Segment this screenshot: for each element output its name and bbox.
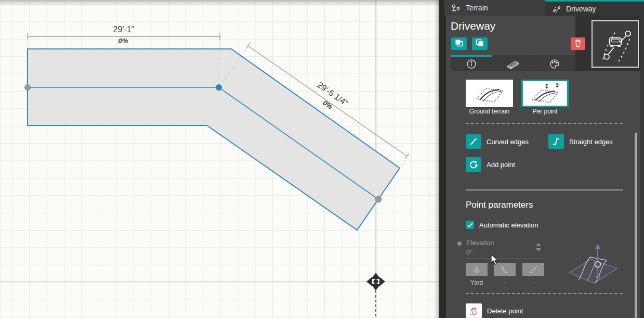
add-point-icon bbox=[469, 160, 478, 169]
endpoint-handle-end[interactable] bbox=[375, 196, 382, 202]
delete-object-button[interactable] bbox=[571, 37, 585, 50]
subtab-construction[interactable] bbox=[492, 55, 533, 71]
option-ground-terrain[interactable] bbox=[466, 80, 513, 107]
panel-body: Driveway bbox=[446, 16, 644, 318]
slope-label-2: - bbox=[494, 279, 516, 286]
option-ground-terrain-label: Ground terrain bbox=[466, 108, 513, 115]
separator-dashed-1 bbox=[466, 123, 623, 124]
driveway-thumbnail-icon bbox=[595, 23, 636, 65]
stepper-arrows-icon bbox=[535, 243, 542, 253]
tab-terrain[interactable]: Terrain bbox=[444, 0, 545, 16]
paste-style-button[interactable] bbox=[472, 37, 488, 50]
ground-terrain-icon bbox=[472, 83, 507, 104]
copy-style-button[interactable] bbox=[451, 37, 467, 50]
drop-to-ground-icon bbox=[472, 265, 481, 274]
separator-solid bbox=[466, 189, 623, 190]
subtab-appearance[interactable] bbox=[534, 55, 575, 71]
elevation-slope-up-button[interactable] bbox=[522, 263, 544, 276]
endpoint-handle-start[interactable] bbox=[25, 85, 31, 91]
dimension-2-slope: 0% bbox=[322, 99, 334, 111]
move-origin-widget[interactable] bbox=[366, 273, 385, 290]
point-parameters-heading: Point parameters bbox=[466, 200, 533, 210]
driveway-road-icon bbox=[552, 5, 561, 13]
driveway-shape[interactable] bbox=[28, 49, 400, 230]
bend-point-handle-selected[interactable] bbox=[216, 85, 222, 91]
automatic-elevation-label: Automatic elevation bbox=[479, 221, 538, 229]
separator-dashed-2 bbox=[466, 293, 623, 294]
palette-icon bbox=[549, 59, 560, 69]
check-icon bbox=[467, 223, 473, 227]
automatic-elevation-checkbox[interactable] bbox=[466, 221, 474, 229]
delete-point-button[interactable] bbox=[466, 303, 482, 318]
straight-edges-label: Straight edges bbox=[569, 138, 613, 146]
straight-edges-button[interactable] bbox=[548, 134, 564, 149]
per-point-icon bbox=[528, 83, 562, 105]
properties-panel: Terrain Driveway Driveway bbox=[439, 0, 644, 318]
elevation-bullet-icon bbox=[457, 241, 462, 246]
tab-driveway[interactable]: Driveway bbox=[545, 0, 644, 16]
copy-style-icon bbox=[455, 39, 463, 48]
info-icon bbox=[466, 59, 477, 69]
dimension-1-slope: 0% bbox=[119, 37, 128, 45]
delete-point-row: Delete point bbox=[466, 303, 523, 318]
panel-scrollbar[interactable] bbox=[635, 133, 637, 318]
elevation-slope-down-button[interactable] bbox=[494, 263, 516, 276]
elevation-label: Elevation bbox=[466, 239, 494, 247]
terrace-up-icon bbox=[528, 265, 538, 274]
construction-icon bbox=[506, 59, 520, 69]
automatic-elevation-row: Automatic elevation bbox=[466, 221, 538, 229]
delete-point-icon bbox=[469, 306, 478, 316]
panel-title: Driveway bbox=[451, 20, 495, 32]
elevation-underline bbox=[466, 259, 545, 259]
curved-edges-row: Curved edges bbox=[466, 134, 529, 149]
add-point-row: Add point bbox=[466, 157, 515, 172]
panel-tabbar: Terrain Driveway bbox=[444, 0, 644, 16]
option-per-point[interactable] bbox=[521, 80, 569, 107]
terrace-down-icon bbox=[500, 265, 510, 274]
application-window: 29'-1" 0% 29'-5 1/4" 0% bbox=[0, 0, 644, 318]
elevation-value[interactable]: 0" bbox=[466, 248, 472, 256]
curved-edges-button[interactable] bbox=[466, 134, 481, 149]
terrain-points-icon bbox=[452, 4, 461, 11]
straight-edges-row: Straight edges bbox=[548, 134, 613, 149]
elevation-stepper[interactable] bbox=[535, 243, 542, 255]
property-subtabs bbox=[451, 55, 575, 71]
option-per-point-label: Per point bbox=[521, 108, 569, 115]
tab-terrain-label: Terrain bbox=[466, 4, 488, 12]
curved-edges-label: Curved edges bbox=[487, 138, 529, 146]
yard-label: Yard bbox=[466, 279, 488, 286]
delete-point-label: Delete point bbox=[487, 307, 523, 315]
step-icon bbox=[551, 137, 561, 146]
add-point-button[interactable] bbox=[466, 157, 481, 172]
subtab-info[interactable] bbox=[451, 55, 492, 71]
add-point-label: Add point bbox=[487, 161, 515, 169]
dimension-1-length: 29'-1" bbox=[113, 25, 135, 34]
paste-style-icon bbox=[476, 39, 484, 48]
object-thumbnail[interactable] bbox=[592, 20, 639, 68]
tab-driveway-label: Driveway bbox=[566, 5, 596, 13]
panel-right-edge bbox=[640, 16, 644, 318]
trash-icon bbox=[574, 39, 582, 49]
design-canvas[interactable]: 29'-1" 0% 29'-5 1/4" 0% bbox=[0, 0, 439, 318]
curve-icon bbox=[469, 137, 478, 146]
elevation-illustration bbox=[563, 239, 623, 294]
slope-label-3: - bbox=[522, 279, 544, 286]
elevation-yard-button[interactable] bbox=[466, 263, 488, 276]
